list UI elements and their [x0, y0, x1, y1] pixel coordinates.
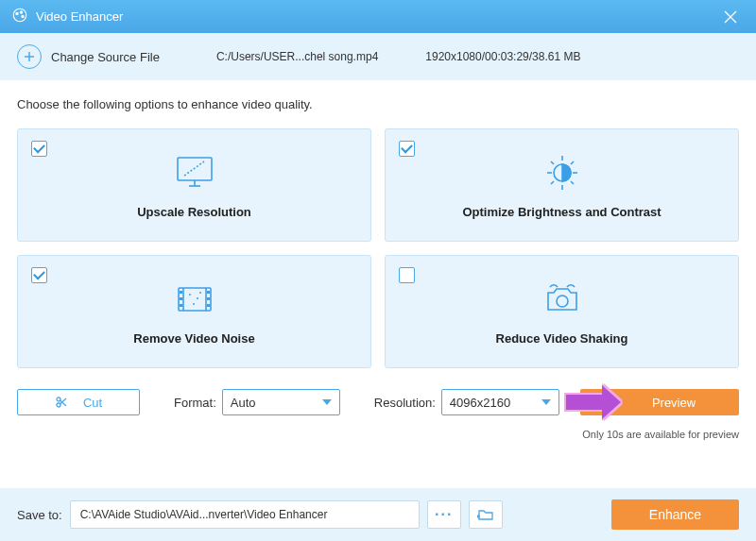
chevron-down-icon: [322, 399, 332, 405]
folder-icon: [477, 508, 494, 521]
svg-rect-27: [207, 291, 210, 294]
svg-rect-28: [207, 297, 210, 300]
instruction-text: Choose the following options to enhance …: [17, 97, 739, 111]
svg-line-9: [184, 161, 204, 176]
svg-line-19: [571, 161, 574, 164]
format-label: Format:: [174, 396, 216, 410]
browse-button[interactable]: ···: [427, 500, 461, 529]
svg-point-0: [13, 8, 26, 22]
svg-rect-26: [180, 304, 182, 307]
option-label: Optimize Brightness and Contrast: [462, 205, 661, 219]
resolution-label: Resolution:: [374, 396, 436, 410]
svg-point-31: [197, 297, 198, 299]
svg-line-17: [551, 161, 554, 164]
svg-line-20: [551, 181, 554, 184]
svg-rect-29: [207, 304, 210, 307]
svg-point-1: [16, 12, 18, 14]
titlebar: Video Enhancer: [0, 0, 756, 33]
save-to-label: Save to:: [17, 508, 62, 522]
option-label: Upscale Resolution: [137, 205, 251, 219]
svg-point-30: [189, 294, 191, 296]
svg-point-32: [193, 303, 195, 305]
svg-point-3: [22, 15, 24, 17]
scissors-icon: [55, 396, 68, 409]
option-label: Remove Video Noise: [133, 331, 254, 346]
open-folder-button[interactable]: [469, 500, 503, 529]
checkbox-upscale[interactable]: [31, 141, 47, 157]
window-title: Video Enhancer: [36, 9, 123, 24]
camera-shake-icon: [539, 278, 586, 320]
option-remove-noise[interactable]: Remove Video Noise: [17, 255, 371, 368]
resolution-value: 4096x2160: [450, 396, 510, 410]
options-grid: Upscale Resolution Optimize Brightness a…: [17, 128, 739, 368]
change-source-label[interactable]: Change Source File: [51, 50, 160, 64]
monitor-upscale-icon: [172, 151, 217, 194]
enhance-label: Enhance: [649, 507, 701, 522]
preview-note: Only 10s are available for preview: [0, 429, 756, 440]
main-content: Choose the following options to enhance …: [0, 80, 756, 415]
close-button[interactable]: [716, 3, 745, 31]
enhance-button[interactable]: Enhance: [611, 499, 739, 530]
preview-label: Preview: [652, 396, 696, 410]
svg-rect-24: [180, 291, 182, 294]
option-label: Reduce Video Shaking: [496, 331, 628, 346]
source-fileinfo: 1920x1080/00:03:29/38.61 MB: [425, 50, 580, 63]
checkbox-brightness[interactable]: [399, 141, 415, 157]
dots-icon: ···: [435, 506, 453, 523]
palette-icon: [11, 7, 28, 27]
svg-point-33: [199, 292, 201, 294]
source-filepath: C:/Users/USER...chel song.mp4: [216, 50, 378, 63]
cut-label: Cut: [83, 396, 102, 410]
svg-rect-25: [180, 297, 182, 300]
preview-button[interactable]: Preview: [580, 389, 739, 415]
chevron-down-icon: [541, 399, 551, 405]
format-dropdown[interactable]: Auto: [222, 389, 340, 415]
cut-button[interactable]: Cut: [17, 389, 140, 415]
option-reduce-shaking[interactable]: Reduce Video Shaking: [385, 255, 739, 368]
option-upscale-resolution[interactable]: Upscale Resolution: [17, 128, 371, 242]
svg-line-18: [571, 181, 574, 184]
save-path-value: C:\AVAide Studio\AVAid...nverter\Video E…: [80, 508, 328, 521]
format-value: Auto: [231, 396, 256, 410]
save-path-field[interactable]: C:\AVAide Studio\AVAid...nverter\Video E…: [70, 500, 420, 529]
option-brightness-contrast[interactable]: Optimize Brightness and Contrast: [385, 128, 739, 242]
checkbox-noise[interactable]: [31, 267, 47, 283]
svg-point-34: [557, 296, 568, 307]
resolution-dropdown[interactable]: 4096x2160: [441, 389, 559, 415]
footer-bar: Save to: C:\AVAide Studio\AVAid...nverte…: [0, 488, 756, 541]
brightness-icon: [540, 151, 585, 194]
checkbox-shaking[interactable]: [399, 267, 415, 283]
source-bar: Change Source File C:/Users/USER...chel …: [0, 33, 756, 80]
change-source-button[interactable]: [17, 44, 42, 69]
controls-row: Cut Format: Auto Resolution: 4096x2160 P…: [17, 389, 739, 415]
film-noise-icon: [171, 278, 218, 320]
svg-point-2: [20, 10, 22, 12]
